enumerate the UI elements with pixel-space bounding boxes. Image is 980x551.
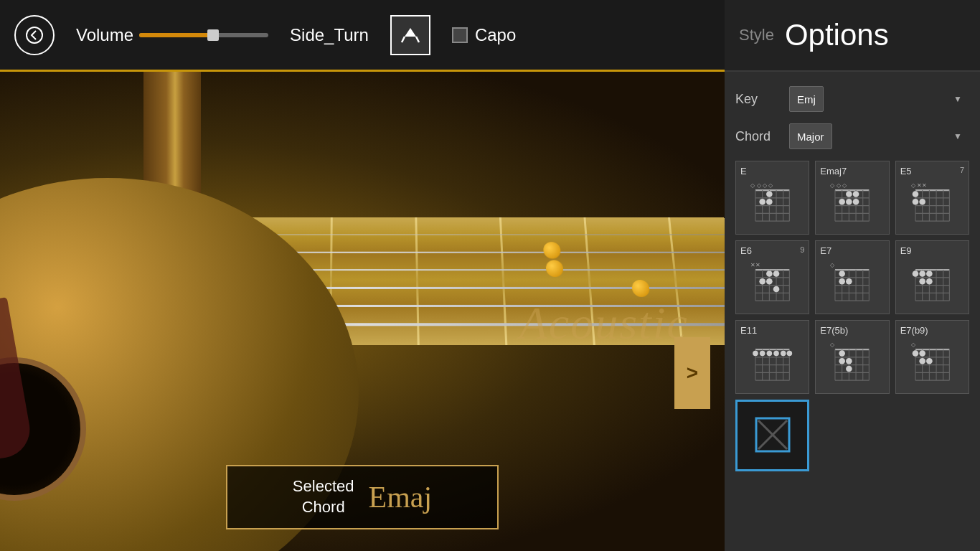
chord-type-row: Chord Major Minor 7th Maj7 [735, 123, 969, 149]
chord-card-E11[interactable]: E11 [735, 320, 809, 394]
key-label: Key [735, 92, 782, 107]
svg-point-141 [912, 350, 918, 357]
chord-card-E[interactable]: E ◇ ◇ ◇ ◇ [735, 161, 809, 235]
chord-card-name-E5: E57 [900, 166, 964, 176]
svg-point-127 [846, 358, 852, 364]
guitar-style-text: Acoustic [519, 297, 689, 350]
chord-card-name-E6: E69 [740, 245, 804, 256]
chord-type-label: Chord [735, 129, 782, 144]
chord-card-E75b[interactable]: E7(5b) ◇ [815, 320, 889, 394]
svg-point-79 [846, 278, 852, 285]
svg-point-78 [839, 278, 846, 285]
chord-diagram-Emaj7: ◇ ◇ ◇ [820, 179, 884, 230]
capo-checkbox[interactable] [452, 27, 468, 43]
svg-point-62 [759, 278, 765, 285]
chord-card-empty[interactable] [735, 400, 809, 471]
chord-select-wrapper: Major Minor 7th Maj7 [789, 123, 969, 149]
chord-diagram-E6: ✕✕ [740, 259, 804, 309]
svg-text:◇ ◇ ◇ ◇: ◇ ◇ ◇ ◇ [751, 182, 773, 189]
chord-card-name-E7: E7 [820, 245, 884, 256]
svg-text:◇: ◇ [910, 342, 915, 348]
svg-point-111 [781, 351, 786, 357]
selected-chord-box: Selected Chord Emaj [226, 465, 499, 529]
svg-point-110 [773, 351, 779, 357]
next-arrow-button[interactable]: > [674, 337, 710, 409]
chord-grid: E ◇ ◇ ◇ ◇ [735, 161, 969, 471]
chord-card-Emaj7[interactable]: Emaj7 ◇ ◇ ◇ [815, 161, 889, 235]
back-button[interactable] [14, 15, 55, 55]
chord-dot [543, 242, 561, 258]
svg-point-63 [766, 278, 773, 285]
chord-diagram-E7b9: ◇ [900, 339, 964, 389]
svg-point-47 [912, 199, 918, 205]
svg-point-60 [766, 270, 773, 277]
svg-point-61 [773, 270, 780, 277]
svg-text:◇ ✕✕: ◇ ✕✕ [910, 182, 926, 189]
chord-select[interactable]: Major Minor 7th Maj7 [789, 123, 832, 149]
svg-point-128 [846, 366, 852, 372]
chord-diagram-E5: ◇ ✕✕ [900, 179, 964, 230]
chord-diagram-E75b: ◇ [820, 339, 884, 389]
svg-point-95 [926, 278, 933, 285]
svg-text:◇: ◇ [831, 262, 836, 268]
svg-point-13 [766, 191, 773, 197]
chord-diagram-E: ◇ ◇ ◇ ◇ [740, 179, 804, 230]
chord-card-E7[interactable]: E7 ◇ [815, 240, 889, 314]
options-label: Options [785, 18, 889, 52]
chord-diagram-E9 [900, 259, 964, 309]
chord-card-name-E9: E9 [900, 245, 964, 256]
chord-card-E7b9[interactable]: E7(b9) ◇ [895, 320, 969, 394]
svg-point-108 [760, 351, 765, 357]
svg-point-30 [839, 199, 846, 205]
svg-point-92 [919, 270, 925, 277]
svg-point-109 [767, 351, 773, 357]
chord-card-E9[interactable]: E9 [895, 240, 969, 314]
volume-thumb [207, 29, 219, 41]
volume-control: Volume [76, 25, 268, 45]
svg-point-125 [839, 350, 846, 357]
selected-chord-value: Emaj [368, 480, 432, 514]
chord-card-name-E75b: E7(5b) [820, 325, 884, 336]
svg-point-28 [846, 191, 852, 197]
selected-chord-label: Selected Chord [293, 476, 354, 517]
svg-point-77 [839, 270, 846, 277]
volume-fill [139, 33, 210, 37]
volume-label: Volume [76, 25, 133, 45]
side-turn-label: Side_Turn [290, 25, 369, 45]
side-turn-button[interactable] [390, 15, 430, 55]
svg-text:◇ ◇ ◇: ◇ ◇ ◇ [831, 182, 847, 189]
capo-label: Capo [475, 25, 516, 45]
chord-card-name-E11: E11 [740, 325, 804, 336]
svg-point-0 [27, 27, 42, 43]
svg-point-15 [766, 199, 773, 205]
svg-point-32 [853, 199, 859, 205]
svg-point-29 [853, 191, 859, 197]
svg-point-93 [926, 270, 933, 277]
key-select-wrapper: Emj Am C G D F [789, 86, 969, 112]
svg-point-45 [912, 191, 918, 197]
svg-point-143 [919, 358, 925, 364]
key-select[interactable]: Emj Am C G D F [789, 86, 824, 112]
toolbar: Volume Side_Turn Capo [0, 0, 725, 72]
chord-diagram-E11 [740, 339, 804, 389]
panel-header: Style Options [725, 0, 980, 72]
svg-text:✕✕: ✕✕ [751, 262, 761, 268]
chord-card-E6[interactable]: E69 ✕✕ [735, 240, 809, 314]
chord-card-E5[interactable]: E57 ◇ ✕✕ [895, 161, 969, 235]
chord-card-name-Emaj7: Emaj7 [820, 166, 884, 176]
chord-dot [631, 280, 650, 297]
guitar-area: Acoustic > Selected Chord Emaj [0, 72, 725, 551]
svg-point-91 [912, 270, 918, 277]
right-panel: Style Options Key Emj Am C G D F Chord [725, 0, 980, 551]
svg-point-31 [846, 199, 852, 205]
chord-x-icon [742, 406, 803, 463]
svg-point-144 [926, 358, 933, 364]
chord-diagram-E7: ◇ [820, 259, 884, 309]
svg-point-46 [919, 199, 925, 205]
svg-text:◇: ◇ [831, 342, 836, 348]
volume-track[interactable] [139, 33, 268, 37]
svg-point-14 [759, 199, 765, 205]
panel-body: Key Emj Am C G D F Chord Major Minor 7th [725, 72, 980, 551]
svg-point-142 [919, 350, 925, 357]
svg-point-64 [773, 286, 780, 293]
